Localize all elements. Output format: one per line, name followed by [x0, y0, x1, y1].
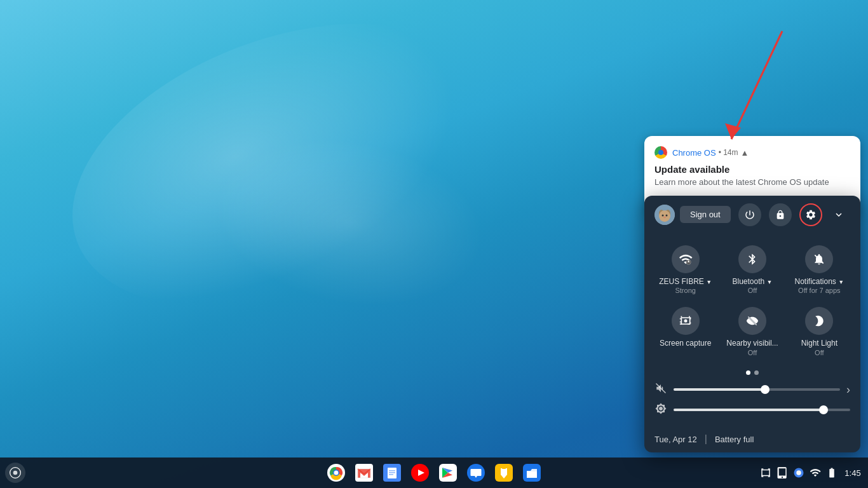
battery-status: Battery full: [715, 435, 754, 444]
docs-app-icon[interactable]: [379, 460, 405, 485]
volume-thumb[interactable]: [761, 385, 770, 394]
svg-point-20: [334, 471, 339, 475]
wifi-icon-circle: [672, 245, 700, 273]
expand-button[interactable]: [827, 203, 850, 226]
svg-line-0: [731, 31, 782, 139]
tablet-mode-icon[interactable]: [776, 467, 788, 478]
clock: 1:45: [844, 468, 860, 478]
notifications-tile-sublabel: Off for 7 apps: [798, 287, 840, 294]
lock-button[interactable]: [769, 203, 792, 226]
screen-capture-tray-icon[interactable]: [760, 467, 771, 478]
svg-rect-25: [389, 472, 395, 473]
bluetooth-tile-label: Bluetooth ▼: [733, 277, 773, 287]
avatar-image: [654, 205, 675, 225]
wifi-tile-label: ZEUS FIBRE ▼: [659, 277, 712, 287]
notifications-tile-label: Notifications ▼: [795, 277, 844, 287]
chrome-app-icon[interactable]: [323, 460, 349, 485]
quick-settings-panel: Sign out: [644, 196, 860, 452]
wifi-tile-sublabel: Strong: [675, 287, 695, 294]
files-app-icon[interactable]: [519, 460, 545, 485]
svg-rect-26: [389, 474, 393, 475]
assistant-button[interactable]: [5, 463, 25, 483]
screen-capture-tile-label: Screen capture: [660, 339, 711, 349]
status-separator: |: [705, 433, 707, 445]
night-light-tile-sublabel: Off: [815, 349, 824, 356]
panel-header: Sign out: [644, 196, 860, 234]
bluetooth-tile-sublabel: Off: [748, 287, 757, 294]
night-light-tile[interactable]: Night Light Off: [786, 301, 853, 363]
svg-point-16: [13, 471, 18, 475]
chrome-os-icon: [654, 146, 667, 159]
volume-expand-arrow[interactable]: ›: [846, 383, 850, 396]
svg-point-5: [659, 210, 670, 222]
keep-app-icon[interactable]: [491, 460, 517, 485]
page-dot-1[interactable]: [746, 370, 750, 375]
volume-fill: [674, 388, 765, 391]
svg-rect-32: [502, 466, 506, 469]
page-dots: [644, 368, 860, 380]
brightness-track[interactable]: [674, 409, 850, 411]
screen-capture-tile[interactable]: Screen capture: [652, 301, 719, 363]
desktop: Chrome OS • 14m ▲ Update available Learn…: [0, 0, 868, 488]
gmail-app-icon[interactable]: [351, 460, 377, 485]
nearby-visibility-tile-label: Nearby visibil...: [726, 339, 778, 349]
update-source: Chrome OS • 14m ▲: [672, 148, 749, 158]
screen-capture-icon-circle: [672, 307, 700, 335]
messages-app-icon[interactable]: [463, 460, 489, 485]
notifications-tile[interactable]: Notifications ▼ Off for 7 apps: [786, 239, 853, 301]
taskbar-apps: [323, 460, 545, 485]
google-assistant-tray-icon[interactable]: [793, 467, 804, 478]
update-title: Update available: [654, 164, 850, 175]
power-button[interactable]: [738, 203, 761, 226]
update-card-header: Chrome OS • 14m ▲: [654, 146, 850, 159]
taskbar-right: 1:45: [760, 467, 863, 478]
date-display: Tue, Apr 12: [654, 435, 697, 444]
update-description: Learn more about the latest Chrome OS up…: [654, 177, 850, 187]
sign-out-button[interactable]: Sign out: [680, 206, 731, 223]
update-source-label: Chrome OS: [672, 148, 716, 158]
volume-track[interactable]: [674, 388, 840, 391]
svg-point-35: [796, 470, 801, 475]
avatar[interactable]: [654, 205, 675, 225]
volume-slider-row: ›: [654, 383, 850, 396]
nearby-visibility-tile-sublabel: Off: [748, 349, 757, 356]
brightness-icon: [654, 403, 667, 417]
svg-point-7: [666, 214, 668, 216]
screen-capture-tile-sublabel: [684, 349, 686, 356]
wifi-tile[interactable]: ZEUS FIBRE ▼ Strong: [652, 239, 719, 301]
battery-tray-icon[interactable]: [826, 467, 837, 478]
quick-tiles-grid: ZEUS FIBRE ▼ Strong Bluetooth ▼ Off: [644, 234, 860, 368]
chevron-up-icon[interactable]: ▲: [741, 148, 749, 158]
bluetooth-tile[interactable]: Bluetooth ▼ Off: [719, 239, 785, 301]
youtube-app-icon[interactable]: [407, 460, 433, 485]
nearby-visibility-tile[interactable]: Nearby visibil... Off: [719, 301, 785, 363]
brightness-fill: [674, 409, 824, 411]
svg-rect-24: [389, 470, 395, 471]
nearby-visibility-icon-circle: [738, 307, 766, 335]
bluetooth-icon-circle: [738, 245, 766, 273]
brightness-thumb[interactable]: [819, 405, 828, 414]
volume-icon: [654, 383, 667, 396]
svg-point-8: [663, 217, 666, 218]
notifications-icon-circle: [805, 245, 833, 273]
update-time: • 14m: [719, 148, 738, 157]
settings-button[interactable]: [799, 203, 822, 226]
time-display[interactable]: 1:45: [843, 468, 863, 478]
sliders-section: ›: [644, 380, 860, 428]
svg-point-11: [684, 320, 687, 323]
night-light-icon-circle: [805, 307, 833, 335]
page-dot-2[interactable]: [754, 370, 759, 375]
brightness-slider-row: [654, 403, 850, 417]
wifi-tray-icon[interactable]: [810, 467, 821, 478]
panel-bottom-status: Tue, Apr 12 | Battery full: [644, 428, 860, 452]
svg-point-6: [662, 214, 664, 216]
play-store-app-icon[interactable]: [435, 460, 461, 485]
taskbar: 1:45: [0, 458, 868, 488]
taskbar-left: [5, 463, 25, 483]
night-light-tile-label: Night Light: [801, 339, 837, 349]
